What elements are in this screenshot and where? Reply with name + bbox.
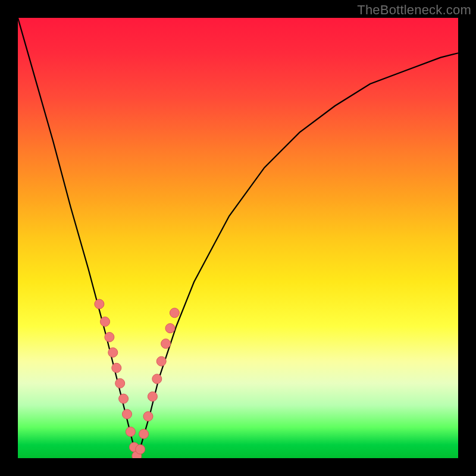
marker-dot (161, 339, 171, 349)
marker-dot (143, 412, 153, 421)
marker-dot (156, 356, 166, 366)
marker-group (95, 299, 180, 458)
bottleneck-chart (18, 18, 458, 458)
marker-dot (165, 324, 175, 333)
marker-dot (170, 308, 179, 318)
marker-dot (115, 378, 125, 388)
marker-dot (123, 409, 132, 419)
marker-dot (126, 427, 135, 437)
marker-dot (148, 392, 157, 401)
chart-frame: TheBottleneck.com (0, 0, 476, 476)
marker-dot (139, 429, 149, 439)
marker-dot (95, 299, 104, 309)
watermark-text: TheBottleneck.com (357, 2, 471, 18)
marker-dot (112, 363, 121, 372)
plot-area (18, 18, 458, 458)
marker-dot (152, 374, 162, 384)
bottleneck-curve (18, 18, 458, 458)
marker-dot (136, 444, 145, 454)
marker-dot (119, 394, 129, 403)
marker-dot (105, 333, 114, 342)
marker-dot (101, 317, 110, 327)
marker-dot (108, 347, 118, 357)
